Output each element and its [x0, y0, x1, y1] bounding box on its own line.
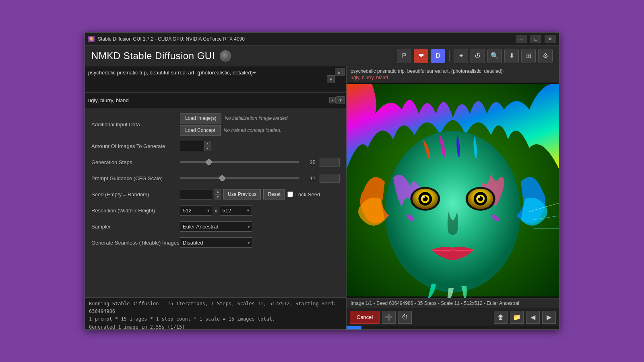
seed-spinner-btns: ▲ ▼ — [215, 189, 221, 200]
cancel-button[interactable]: Cancel — [350, 311, 380, 324]
steps-content: 35 — [180, 158, 340, 167]
image-bottom-bar: Image 1/1 - Seed 636494986 - 35 Steps - … — [347, 298, 559, 308]
prev-image-button[interactable]: ◀ — [526, 311, 540, 324]
wand-button[interactable]: ✦ — [454, 49, 468, 63]
minimize-button[interactable]: ─ — [516, 35, 527, 43]
negative-prompt-input[interactable] — [85, 93, 346, 108]
resolution-row: Resolution (Width x Height) 512 256 768 … — [91, 205, 340, 216]
left-panel: ▲ ▼ ▼ ▲ ▼ Additional Input Data — [85, 66, 347, 329]
seed-input[interactable] — [180, 189, 212, 200]
height-select[interactable]: 512 256 768 1024 — [220, 205, 252, 216]
width-select[interactable]: 512 256 768 1024 — [180, 205, 212, 216]
settings-button[interactable]: ⚙ — [538, 49, 553, 63]
steps-row: Generation Steps 35 — [91, 156, 340, 168]
svg-point-13 — [477, 196, 480, 198]
history-button[interactable]: ⏱ — [471, 49, 485, 63]
save-button[interactable]: ➕ — [382, 311, 396, 324]
steps-text-input[interactable] — [320, 158, 340, 167]
lock-seed-checkbox[interactable] — [287, 191, 293, 197]
amount-down-btn[interactable]: ▼ — [204, 146, 211, 151]
positive-prompt-input[interactable] — [85, 66, 346, 91]
image-meta-neg: ugly, blurry, bland — [351, 75, 555, 80]
patreon-red-button[interactable]: ❤ — [414, 49, 428, 63]
load-concept-button[interactable]: Load Concept — [180, 125, 221, 136]
app-icon: 🎨 — [88, 36, 95, 42]
resolution-controls: 512 256 768 1024 ▼ x 512 — [180, 205, 252, 216]
right-panel: psychedelic prismatic trip, beautiful su… — [347, 66, 559, 329]
seamless-select-wrapper: Disabled Enabled ▼ — [180, 237, 252, 248]
lock-seed-row: Lock Seed — [287, 191, 320, 197]
sampler-select[interactable]: Euler Ancestral Euler DPM++ 2M DDIM PLMS — [180, 221, 252, 232]
width-select-wrapper: 512 256 768 1024 ▼ — [180, 205, 212, 216]
log-text: Running Stable Diffusion - 15 Iterations… — [89, 300, 342, 329]
steps-slider[interactable] — [180, 161, 299, 163]
image-meta-bar: psychedelic prismatic trip, beautiful su… — [347, 66, 559, 82]
image-action-bar: Cancel ➕ ⏱ 🗑 📁 ◀ ▶ — [347, 308, 559, 326]
amount-spinner: 15 ▲ ▼ — [180, 141, 211, 151]
seed-up-btn[interactable]: ▲ — [215, 189, 221, 194]
patreon-button[interactable]: P — [397, 49, 411, 63]
seamless-select[interactable]: Disabled Enabled — [180, 237, 252, 248]
no-concept-text: No trained concept loaded. — [224, 128, 281, 133]
seamless-content: Disabled Enabled ▼ — [180, 237, 340, 248]
history-action-button[interactable]: ⏱ — [398, 311, 412, 324]
steps-slider-container: 35 — [180, 158, 340, 167]
resolution-content: 512 256 768 1024 ▼ x 512 — [180, 205, 340, 216]
use-previous-button[interactable]: Use Previous — [223, 189, 261, 200]
prompt-scroll-up-btn[interactable]: ▲ — [335, 68, 343, 76]
app-title: NMKD Stable Diffusion GUI — [91, 50, 215, 62]
additional-input-content: Load Image(s) No initialization image lo… — [180, 113, 340, 136]
close-button[interactable]: ✕ — [545, 35, 556, 43]
cfg-row: Prompt Guidance (CFG Scale) 11 — [91, 173, 340, 184]
main-window: 🎨 Stable Diffusion GUI 1.7.2 - CUDA GPU:… — [85, 32, 559, 330]
svg-point-1 — [385, 131, 521, 292]
resolution-label: Resolution (Width x Height) — [91, 208, 180, 214]
amount-spinner-btns: ▲ ▼ — [204, 141, 211, 151]
amount-row: Amount Of Images To Generate 15 ▲ ▼ — [91, 140, 340, 152]
download-button[interactable]: ⬇ — [504, 49, 519, 63]
amount-content: 15 ▲ ▼ — [180, 141, 340, 151]
header-toolbar: P ❤ D ✦ ⏱ 🔍 ⬇ ⊞ ⚙ — [397, 49, 553, 63]
negative-prompt-row: ▲ ▼ — [85, 93, 346, 108]
progress-bar-fill — [347, 326, 361, 329]
amount-up-btn[interactable]: ▲ — [204, 141, 211, 146]
neg-scroll-up-btn[interactable]: ▲ — [329, 97, 336, 103]
prompt-expand-btn[interactable]: ▼ — [327, 75, 335, 83]
maximize-button[interactable]: □ — [530, 35, 541, 43]
cfg-slider[interactable] — [180, 177, 299, 179]
amount-label: Amount Of Images To Generate — [91, 143, 180, 149]
seed-down-btn[interactable]: ▼ — [215, 194, 221, 200]
grid-button[interactable]: ⊞ — [521, 49, 536, 63]
delete-button[interactable]: 🗑 — [494, 311, 508, 324]
additional-input-label: Additional Input Data — [91, 121, 180, 128]
folder-button[interactable]: 📁 — [510, 311, 524, 324]
seed-content: ▲ ▼ Use Previous Reset Lock Seed — [180, 189, 340, 200]
controls-area: Additional Input Data Load Image(s) No i… — [85, 108, 346, 297]
titlebar-controls: ─ □ ✕ — [516, 35, 556, 43]
neg-expand-btn[interactable]: ▼ — [336, 96, 345, 104]
seed-row: Seed (Empty = Random) ▲ ▼ Use Previous R… — [91, 189, 340, 200]
cfg-content: 11 — [180, 174, 340, 183]
seamless-row: Generate Seamless (Tileable) Images Disa… — [91, 237, 340, 248]
load-images-button[interactable]: Load Image(s) — [180, 113, 221, 123]
next-image-button[interactable]: ▶ — [542, 311, 556, 324]
cfg-text-input[interactable] — [320, 174, 340, 183]
image-display — [347, 82, 559, 298]
titlebar-title: Stable Diffusion GUI 1.7.2 - CUDA GPU: N… — [98, 36, 516, 42]
steps-label: Generation Steps — [91, 159, 180, 165]
search-button[interactable]: 🔍 — [487, 49, 502, 63]
app-header: NMKD Stable Diffusion GUI P ❤ D ✦ ⏱ 🔍 ⬇ … — [85, 45, 559, 66]
steps-value: 35 — [303, 159, 316, 165]
sampler-row: Sampler Euler Ancestral Euler DPM++ 2M D… — [91, 221, 340, 232]
reset-seed-button[interactable]: Reset — [263, 189, 285, 200]
main-content: ▲ ▼ ▼ ▲ ▼ Additional Input Data — [85, 66, 559, 329]
progress-bar-area — [347, 326, 559, 329]
discord-button[interactable]: D — [431, 49, 445, 63]
cfg-value: 11 — [303, 175, 316, 181]
seed-controls: ▲ ▼ Use Previous Reset Lock Seed — [180, 189, 320, 200]
amount-input[interactable]: 15 — [180, 141, 204, 151]
toolbar-divider — [449, 50, 450, 62]
seamless-label: Generate Seamless (Tileable) Images — [91, 240, 180, 246]
no-init-image-text: No initialization image loaded. — [225, 115, 289, 121]
app-logo: NMKD Stable Diffusion GUI — [91, 50, 231, 62]
